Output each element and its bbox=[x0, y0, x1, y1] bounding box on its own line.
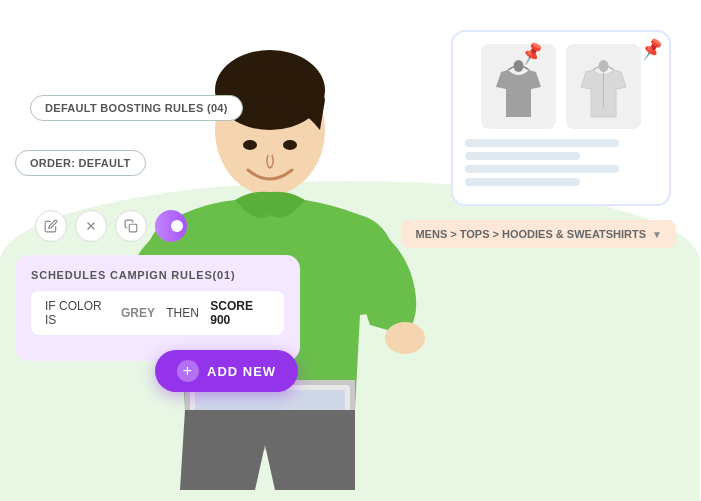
pin-icon-2: 📌 bbox=[639, 36, 664, 61]
dropdown-arrow-icon: ▼ bbox=[652, 229, 662, 240]
product-line-1 bbox=[465, 139, 619, 147]
rule-tag: IF COLOR IS GREY THEN SCORE 900 bbox=[31, 291, 284, 335]
rule-suffix: THEN bbox=[166, 306, 199, 320]
rule-grey: GREY bbox=[121, 306, 155, 320]
rule-prefix: IF COLOR IS bbox=[45, 299, 110, 327]
category-path: MENS > TOPS > HOODIES & SWEATSHIRTS bbox=[415, 228, 646, 240]
product-images bbox=[465, 44, 657, 129]
product-line-2 bbox=[465, 152, 580, 160]
svg-point-12 bbox=[385, 322, 425, 354]
category-dropdown[interactable]: MENS > TOPS > HOODIES & SWEATSHIRTS ▼ bbox=[401, 220, 676, 248]
copy-icon[interactable] bbox=[115, 210, 147, 242]
edit-icon[interactable] bbox=[35, 210, 67, 242]
product-line-3 bbox=[465, 165, 619, 173]
svg-point-15 bbox=[243, 140, 257, 150]
product-card bbox=[451, 30, 671, 206]
boosting-rules-badge: DEFAULT BOOSTING RULES (04) bbox=[30, 95, 243, 121]
boosting-rules-label: DEFAULT BOOSTING RULES (04) bbox=[45, 102, 228, 114]
order-badge: ORDER: DEFAULT bbox=[15, 150, 146, 176]
campaign-rules-card: SCHEDULES CAMPIGN RULES(01) IF COLOR IS … bbox=[15, 255, 300, 361]
product-image-2 bbox=[566, 44, 641, 129]
svg-point-16 bbox=[283, 140, 297, 150]
close-icon[interactable] bbox=[75, 210, 107, 242]
svg-point-4 bbox=[171, 220, 183, 232]
plus-icon: + bbox=[177, 360, 199, 382]
toggle-icon[interactable] bbox=[155, 210, 187, 242]
add-new-button[interactable]: + ADD NEW bbox=[155, 350, 298, 392]
add-new-label: ADD NEW bbox=[207, 364, 276, 379]
product-line-4 bbox=[465, 178, 580, 186]
action-toolbar bbox=[35, 210, 187, 242]
campaign-title: SCHEDULES CAMPIGN RULES(01) bbox=[31, 269, 284, 281]
product-image-1 bbox=[481, 44, 556, 129]
rule-score: SCORE 900 bbox=[210, 299, 270, 327]
product-lines bbox=[465, 139, 657, 186]
svg-rect-2 bbox=[129, 224, 137, 232]
order-label: ORDER: DEFAULT bbox=[30, 157, 131, 169]
